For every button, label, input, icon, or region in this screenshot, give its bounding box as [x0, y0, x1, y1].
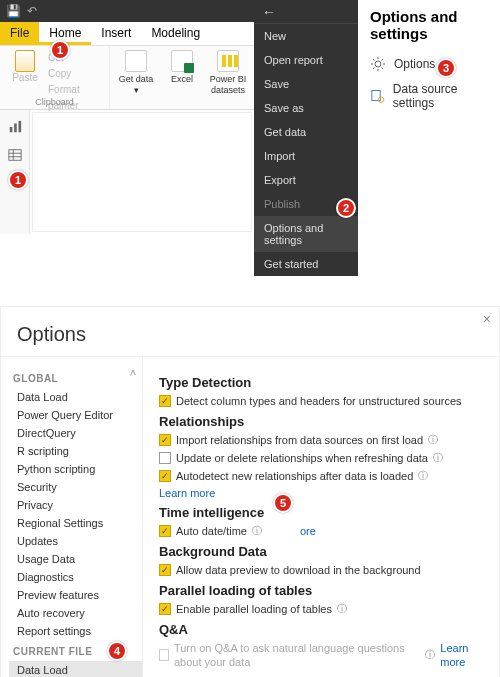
file-menu-get-started[interactable]: Get started — [254, 252, 358, 276]
tab-insert[interactable]: Insert — [91, 22, 141, 45]
options-settings-panel: Options and settings Options Data source… — [358, 0, 500, 276]
chk-autodetect-rel[interactable] — [159, 470, 171, 482]
nav-global-preview[interactable]: Preview features — [13, 586, 142, 604]
dialog-sidebar: ʌ GLOBAL Data Load Power Query Editor Di… — [1, 357, 143, 677]
nav-global-directquery[interactable]: DirectQuery — [13, 424, 142, 442]
chk-parallel[interactable] — [159, 603, 171, 615]
options-label: Options — [394, 57, 435, 71]
callout-1: 1 — [8, 170, 28, 190]
ribbon-tabs: File Home Insert Modeling — [0, 22, 254, 46]
svg-rect-1 — [14, 124, 17, 133]
qa-learn-more[interactable]: Learn more — [440, 641, 485, 669]
options-row[interactable]: Options — [370, 56, 494, 72]
get-data-icon — [125, 50, 147, 72]
file-menu-open[interactable]: Open report — [254, 48, 358, 72]
qa-head: Q&A — [159, 622, 485, 637]
tab-file[interactable]: File — [0, 22, 39, 45]
background-head: Background Data — [159, 544, 485, 559]
ti-learn-more[interactable]: ore — [300, 524, 316, 538]
file-menu-new[interactable]: New — [254, 24, 358, 48]
close-button[interactable]: × — [483, 311, 491, 327]
info-icon[interactable]: ⓘ — [337, 602, 347, 616]
chk-update-rel[interactable] — [159, 452, 171, 464]
data-source-icon — [370, 88, 385, 104]
nav-global-updates[interactable]: Updates — [13, 532, 142, 550]
info-icon[interactable]: ⓘ — [433, 451, 443, 465]
nav-global-r[interactable]: R scripting — [13, 442, 142, 460]
copy-button[interactable]: Copy — [48, 66, 103, 82]
chk-detect-types-label: Detect column types and headers for unst… — [176, 394, 462, 408]
chk-bg-preview-label: Allow data preview to download in the ba… — [176, 563, 421, 577]
scroll-up-icon[interactable]: ʌ — [130, 366, 136, 377]
tab-modeling[interactable]: Modeling — [141, 22, 210, 45]
title-bar: 💾 ↶ — [0, 0, 254, 22]
info-icon[interactable]: ⓘ — [428, 433, 438, 447]
global-section-head: GLOBAL — [13, 373, 142, 384]
gear-icon — [370, 56, 386, 72]
excel-button[interactable]: Excel — [162, 50, 202, 85]
nav-global-autorecovery[interactable]: Auto recovery — [13, 604, 142, 622]
chk-autodetect-rel-label: Autodetect new relationships after data … — [176, 469, 413, 483]
info-icon[interactable]: ⓘ — [252, 524, 262, 538]
nav-global-diagnostics[interactable]: Diagnostics — [13, 568, 142, 586]
info-icon[interactable]: ⓘ — [425, 648, 435, 662]
nav-global-python[interactable]: Python scripting — [13, 460, 142, 478]
dialog-title: Options — [1, 307, 499, 356]
chk-auto-datetime[interactable] — [159, 525, 171, 537]
chk-qa[interactable] — [159, 649, 169, 661]
panel-heading: Options and settings — [370, 8, 494, 42]
pbi-datasets-button[interactable]: Power BI datasets — [208, 50, 248, 96]
nav-global-regional[interactable]: Regional Settings — [13, 514, 142, 532]
nav-global-security[interactable]: Security — [13, 478, 142, 496]
chk-import-rel[interactable] — [159, 434, 171, 446]
relationships-head: Relationships — [159, 414, 485, 429]
chk-bg-preview[interactable] — [159, 564, 171, 576]
file-menu: ← New Open report Save Save as Get data … — [254, 0, 358, 276]
chk-qa-label: Turn on Q&A to ask natural language ques… — [174, 641, 420, 669]
file-menu-options-settings[interactable]: Options and settings — [254, 216, 358, 252]
nav-global-report[interactable]: Report settings — [13, 622, 142, 640]
chk-update-rel-label: Update or delete relationships when refr… — [176, 451, 428, 465]
data-source-label: Data source settings — [393, 82, 494, 110]
chk-import-rel-label: Import relationships from data sources o… — [176, 433, 423, 447]
save-icon[interactable]: 💾 — [6, 4, 21, 18]
chk-detect-types[interactable] — [159, 395, 171, 407]
file-menu-save-as[interactable]: Save as — [254, 96, 358, 120]
back-button[interactable]: ← — [254, 0, 358, 24]
file-menu-save[interactable]: Save — [254, 72, 358, 96]
report-view-icon[interactable] — [8, 120, 22, 134]
undo-icon[interactable]: ↶ — [27, 4, 37, 18]
callout-4: 4 — [107, 641, 127, 661]
report-canvas[interactable] — [32, 112, 252, 232]
callout-3: 3 — [436, 58, 456, 78]
info-icon[interactable]: ⓘ — [418, 469, 428, 483]
parallel-head: Parallel loading of tables — [159, 583, 485, 598]
nav-cf-data-load[interactable]: Data Load — [9, 661, 142, 677]
clipboard-group-label: Clipboard — [0, 97, 109, 107]
rel-learn-more[interactable]: Learn more — [159, 487, 485, 499]
data-source-settings-row[interactable]: Data source settings — [370, 82, 494, 110]
powerbi-icon — [217, 50, 239, 72]
excel-icon — [171, 50, 193, 72]
nav-global-data-load[interactable]: Data Load — [13, 388, 142, 406]
time-intel-head: Time intelligence — [159, 505, 485, 520]
paste-label: Paste — [12, 72, 38, 83]
svg-point-12 — [375, 61, 381, 67]
get-data-button[interactable]: Get data ▾ — [116, 50, 156, 96]
paste-icon — [15, 50, 35, 72]
nav-global-privacy[interactable]: Privacy — [13, 496, 142, 514]
file-menu-get-data[interactable]: Get data — [254, 120, 358, 144]
callout-5: 5 — [273, 493, 293, 513]
data-view-icon[interactable] — [8, 148, 22, 162]
nav-global-usage[interactable]: Usage Data — [13, 550, 142, 568]
options-dialog: × Options ʌ GLOBAL Data Load Power Query… — [0, 306, 500, 677]
back-icon: ← — [262, 4, 276, 20]
file-menu-export[interactable]: Export — [254, 168, 358, 192]
svg-point-14 — [378, 97, 384, 103]
paste-button[interactable]: Paste — [6, 50, 44, 83]
ribbon-body: Paste Cut Copy Format painter Clipboard … — [0, 46, 254, 110]
nav-global-pqe[interactable]: Power Query Editor — [13, 406, 142, 424]
dialog-content: Type Detection Detect column types and h… — [143, 357, 499, 677]
file-menu-import[interactable]: Import — [254, 144, 358, 168]
svg-rect-0 — [9, 127, 12, 132]
